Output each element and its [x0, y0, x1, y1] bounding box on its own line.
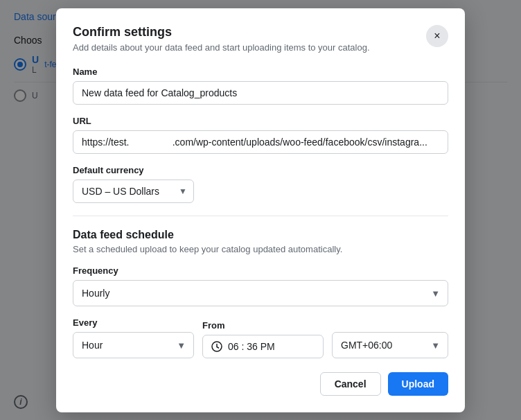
- modal-header: Confirm settings Add details about your …: [73, 25, 448, 53]
- currency-section: Default currency USD – US Dollars EUR – …: [73, 165, 448, 203]
- schedule-subtitle: Set a scheduled upload to keep your cata…: [73, 244, 448, 254]
- url-input-wrapper: [73, 130, 448, 154]
- from-label: From: [202, 320, 324, 331]
- from-field-group: From 06 : 36 PM: [202, 320, 324, 358]
- name-section: Name: [73, 67, 448, 105]
- frequency-select-wrapper: Hourly Daily Weekly ▼: [73, 280, 448, 306]
- currency-select-wrapper: USD – US Dollars EUR – Euro GBP – Britis…: [73, 180, 194, 203]
- name-label: Name: [73, 67, 448, 77]
- time-input-wrapper[interactable]: 06 : 36 PM: [202, 335, 324, 358]
- frequency-section: Frequency Hourly Daily Weekly ▼: [73, 265, 448, 306]
- every-label: Every: [73, 317, 194, 328]
- timezone-select[interactable]: GMT+06:00 GMT+00:00 GMT-05:00: [332, 332, 448, 358]
- cancel-button[interactable]: Cancel: [320, 372, 381, 396]
- url-input[interactable]: [73, 130, 448, 154]
- url-section: URL: [73, 116, 448, 154]
- clock-icon: [211, 341, 222, 352]
- modal-subtitle: Add details about your data feed and sta…: [73, 42, 370, 53]
- frequency-label: Frequency: [73, 265, 448, 276]
- timezone-field-group: TZ GMT+06:00 GMT+00:00 GMT-05:00 ▼: [332, 317, 448, 358]
- frequency-select[interactable]: Hourly Daily Weekly: [73, 280, 448, 306]
- modal-divider: [73, 216, 448, 216]
- schedule-title: Data feed schedule: [73, 229, 448, 241]
- modal-title: Confirm settings: [73, 25, 370, 40]
- schedule-row: Every Hour 2 Hours 4 Hours 6 Hours 12 Ho…: [73, 317, 448, 358]
- modal-title-block: Confirm settings Add details about your …: [73, 25, 370, 53]
- currency-label: Default currency: [73, 165, 448, 175]
- url-label: URL: [73, 116, 448, 126]
- time-value: 06 : 36 PM: [228, 341, 275, 352]
- every-field-group: Every Hour 2 Hours 4 Hours 6 Hours 12 Ho…: [73, 317, 194, 358]
- name-input[interactable]: [73, 81, 448, 105]
- modal-footer: Cancel Upload: [73, 372, 448, 396]
- currency-select[interactable]: USD – US Dollars EUR – Euro GBP – Britis…: [73, 180, 194, 203]
- modal-overlay: Confirm settings Add details about your …: [0, 0, 521, 420]
- modal: Confirm settings Add details about your …: [56, 8, 465, 412]
- upload-button[interactable]: Upload: [388, 372, 448, 396]
- every-select-wrapper: Hour 2 Hours 4 Hours 6 Hours 12 Hours ▼: [73, 332, 194, 358]
- every-select[interactable]: Hour 2 Hours 4 Hours 6 Hours 12 Hours: [73, 332, 194, 358]
- timezone-select-wrapper: GMT+06:00 GMT+00:00 GMT-05:00 ▼: [332, 332, 448, 358]
- close-button[interactable]: ×: [426, 25, 448, 47]
